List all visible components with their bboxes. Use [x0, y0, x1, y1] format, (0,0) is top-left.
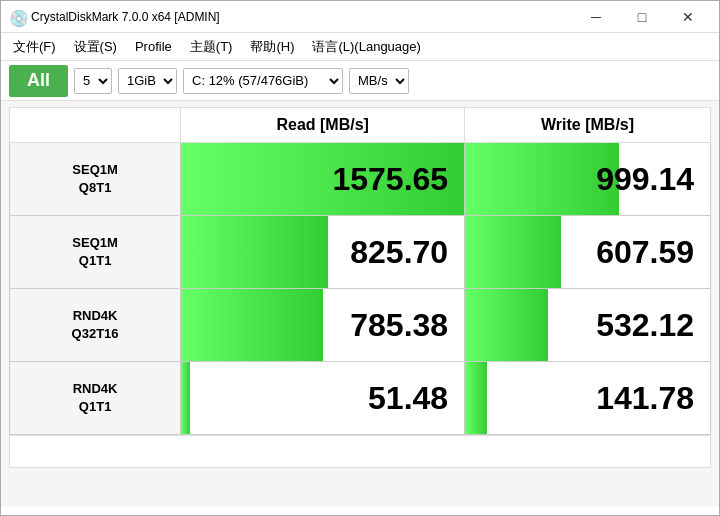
write-cell-2: 532.12: [465, 289, 711, 362]
menu-file[interactable]: 文件(F): [5, 35, 64, 59]
row-label-2: RND4KQ32T16: [10, 289, 181, 362]
write-header: Write [MB/s]: [465, 108, 711, 143]
toolbar: All 5 1GiB C: 12% (57/476GiB) MB/s: [1, 61, 719, 101]
row-label-3: RND4KQ1T1: [10, 362, 181, 435]
write-cell-0: 999.14: [465, 143, 711, 216]
app-icon: 💿: [9, 9, 25, 25]
read-cell-1: 825.70: [181, 216, 465, 289]
menu-settings[interactable]: 设置(S): [66, 35, 125, 59]
all-button[interactable]: All: [9, 65, 68, 97]
window-title: CrystalDiskMark 7.0.0 x64 [ADMIN]: [31, 10, 220, 24]
write-value-0: 999.14: [596, 161, 694, 198]
table-row: RND4KQ1T1 51.48 141.78: [10, 362, 711, 435]
read-value-1: 825.70: [350, 234, 448, 271]
table-row: SEQ1MQ1T1 825.70 607.59: [10, 216, 711, 289]
read-value-0: 1575.65: [332, 161, 448, 198]
write-value-1: 607.59: [596, 234, 694, 271]
write-cell-1: 607.59: [465, 216, 711, 289]
runs-select[interactable]: 5: [74, 68, 112, 94]
footer-table: [9, 435, 711, 468]
menu-language[interactable]: 语言(L)(Language): [304, 35, 428, 59]
titlebar-controls: ─ □ ✕: [573, 1, 711, 33]
table-row: SEQ1MQ8T1 1575.65 999.14: [10, 143, 711, 216]
titlebar: 💿 CrystalDiskMark 7.0.0 x64 [ADMIN] ─ □ …: [1, 1, 719, 33]
read-cell-3: 51.48: [181, 362, 465, 435]
write-value-2: 532.12: [596, 307, 694, 344]
titlebar-left: 💿 CrystalDiskMark 7.0.0 x64 [ADMIN]: [9, 9, 220, 25]
maximize-button[interactable]: □: [619, 1, 665, 33]
menu-theme[interactable]: 主题(T): [182, 35, 241, 59]
write-value-3: 141.78: [596, 380, 694, 417]
read-cell-2: 785.38: [181, 289, 465, 362]
unit-select[interactable]: MB/s: [349, 68, 409, 94]
close-button[interactable]: ✕: [665, 1, 711, 33]
read-cell-0: 1575.65: [181, 143, 465, 216]
window-footer: [1, 507, 719, 515]
benchmark-table: Read [MB/s] Write [MB/s] SEQ1MQ8T1 1575.…: [9, 107, 711, 435]
content-area: Read [MB/s] Write [MB/s] SEQ1MQ8T1 1575.…: [1, 101, 719, 507]
empty-footer-cell: [10, 436, 711, 468]
menu-help[interactable]: 帮助(H): [242, 35, 302, 59]
corner-header: [10, 108, 181, 143]
read-value-2: 785.38: [350, 307, 448, 344]
row-label-0: SEQ1MQ8T1: [10, 143, 181, 216]
drive-select[interactable]: C: 12% (57/476GiB): [183, 68, 343, 94]
size-select[interactable]: 1GiB: [118, 68, 177, 94]
read-value-3: 51.48: [368, 380, 448, 417]
table-row: RND4KQ32T16 785.38 532.12: [10, 289, 711, 362]
read-header: Read [MB/s]: [181, 108, 465, 143]
menu-profile[interactable]: Profile: [127, 36, 180, 57]
minimize-button[interactable]: ─: [573, 1, 619, 33]
write-cell-3: 141.78: [465, 362, 711, 435]
row-label-1: SEQ1MQ1T1: [10, 216, 181, 289]
main-window: 💿 CrystalDiskMark 7.0.0 x64 [ADMIN] ─ □ …: [0, 0, 720, 516]
menubar: 文件(F) 设置(S) Profile 主题(T) 帮助(H) 语言(L)(La…: [1, 33, 719, 61]
